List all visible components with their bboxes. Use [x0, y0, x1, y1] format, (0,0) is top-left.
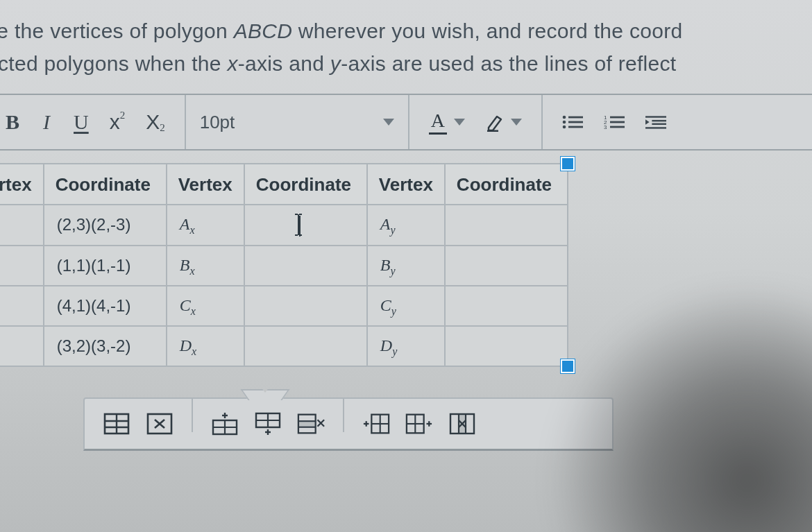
instr-l2-c: -axis and [238, 52, 330, 75]
highlight-color-button[interactable] [479, 110, 529, 135]
col-vertex-a: rtex [0, 164, 43, 204]
cell-vertex-b[interactable]: Dx [167, 327, 244, 366]
insert-row-below-button[interactable] [254, 411, 282, 436]
cell-coord-a[interactable]: (1,1)(1,-1) [44, 246, 166, 285]
sub-exp: 2 [160, 122, 165, 134]
insert-table-button[interactable] [103, 411, 130, 436]
text-cursor-icon [294, 213, 303, 237]
cell-coord-c[interactable] [446, 246, 567, 285]
insert-column-left-button[interactable] [362, 411, 390, 436]
cell-vertex-c[interactable]: Dy [368, 327, 444, 366]
superscript-button[interactable]: x2 [103, 108, 133, 137]
instr-abcd: ABCD [234, 19, 293, 42]
page: ce the vertices of polygon ABCD wherever… [0, 0, 812, 528]
subscript-button[interactable]: X2 [139, 108, 172, 137]
caret-icon [299, 216, 301, 237]
cell-vertex-c[interactable]: By [368, 246, 444, 285]
col-coord-b: Coordinate [245, 164, 366, 204]
font-size-label: 10pt [200, 112, 235, 133]
svg-text:3: 3 [604, 124, 607, 130]
instr-l2-a: ected polygons when the [0, 52, 227, 75]
font-size-select[interactable]: 10pt [186, 95, 408, 149]
insert-column-right-button[interactable] [405, 411, 433, 436]
table-row[interactable]: (3,2)(3,-2) Dx Dy [0, 326, 568, 366]
italic-button[interactable]: I [33, 108, 60, 137]
underline-label: U [74, 110, 89, 134]
table-row[interactable]: (4,1)(4,-1) Cx Cy [0, 286, 568, 326]
cell-coord-c[interactable] [446, 205, 567, 244]
svg-point-1 [563, 116, 566, 119]
cell-vertex-b[interactable]: Cx [167, 286, 244, 325]
bold-button[interactable]: B [0, 108, 26, 137]
underline-button[interactable]: U [67, 108, 96, 137]
instr-y: y [330, 52, 341, 75]
indent-button[interactable] [638, 111, 673, 133]
bullet-list-button[interactable] [555, 111, 590, 133]
bold-label: B [6, 110, 19, 134]
cell-coord-c[interactable] [446, 286, 567, 325]
cell-coord-a[interactable]: (2,3)(2,-3) [44, 205, 166, 244]
chevron-down-icon [383, 119, 394, 126]
cell-vertex-a[interactable] [0, 246, 43, 285]
chevron-down-icon [511, 119, 522, 126]
cell-vertex-a[interactable] [0, 205, 43, 244]
table-header-row: rtex Coordinate Vertex Coordinate Vertex… [0, 164, 568, 205]
selection-handle-top-right[interactable] [561, 157, 575, 171]
instr-x: x [227, 52, 237, 75]
cell-vertex-c[interactable]: Ay [368, 205, 444, 244]
cell-vertex-b[interactable]: Ax [167, 205, 244, 244]
svg-point-2 [563, 121, 566, 124]
svg-rect-38 [298, 421, 316, 427]
cell-coord-b[interactable] [245, 286, 366, 325]
col-vertex-b: Vertex [167, 164, 244, 204]
data-table[interactable]: rtex Coordinate Vertex Coordinate Vertex… [0, 163, 568, 367]
svg-point-3 [563, 126, 566, 129]
highlighter-icon [486, 112, 504, 132]
cell-vertex-a[interactable] [0, 286, 43, 325]
italic-label: I [43, 110, 50, 134]
delete-column-button[interactable] [448, 411, 476, 436]
delete-row-button[interactable] [297, 411, 325, 436]
cell-coord-b-active[interactable] [245, 205, 366, 245]
text-color-button[interactable]: A [422, 107, 472, 137]
cell-coord-a[interactable]: (3,2)(3,-2) [44, 327, 166, 366]
delete-table-button[interactable] [146, 411, 174, 436]
chevron-down-icon [454, 119, 465, 126]
instr-l1-c: wherever you wish, and record the coord [292, 19, 682, 42]
svg-marker-13 [645, 119, 650, 125]
editor-content[interactable]: rtex Coordinate Vertex Coordinate Vertex… [0, 163, 812, 451]
col-coord-c: Coordinate [446, 164, 567, 204]
cell-vertex-b[interactable]: Bx [167, 246, 244, 285]
cell-coord-c[interactable] [446, 327, 567, 366]
instructions-text: ce the vertices of polygon ABCD wherever… [0, 0, 812, 84]
table-row[interactable]: (1,1)(1,-1) Bx By [0, 246, 568, 286]
screen: ce the vertices of polygon ABCD wherever… [0, 0, 812, 532]
instr-l1-a: ce the vertices of polygon [0, 19, 234, 42]
toolbar-notch [244, 389, 286, 399]
cell-vertex-a[interactable] [0, 327, 43, 366]
table-row[interactable]: (2,3)(2,-3) Ax Ay [0, 205, 568, 246]
cell-coord-b[interactable] [245, 327, 366, 366]
table-tools-toolbar [83, 397, 614, 451]
rich-text-toolbar: B I U x2 X2 10pt A [0, 94, 812, 151]
instr-l2-e: -axis are used as the lines of reflect [341, 52, 676, 75]
selection-handle-bottom-right[interactable] [561, 359, 575, 373]
numbered-list-button[interactable]: 1 2 3 [597, 111, 632, 133]
cell-coord-a[interactable]: (4,1)(4,-1) [44, 286, 166, 325]
col-vertex-c: Vertex [368, 164, 444, 204]
text-color-a-icon: A [429, 110, 447, 135]
sup-base: x [110, 110, 120, 134]
insert-row-above-button[interactable] [211, 411, 239, 436]
sup-exp: 2 [120, 110, 126, 121]
sub-base: X [146, 110, 160, 134]
col-coord-a: Coordinate [44, 164, 166, 204]
cell-vertex-c[interactable]: Cy [368, 286, 444, 325]
cell-coord-b[interactable] [245, 246, 366, 285]
